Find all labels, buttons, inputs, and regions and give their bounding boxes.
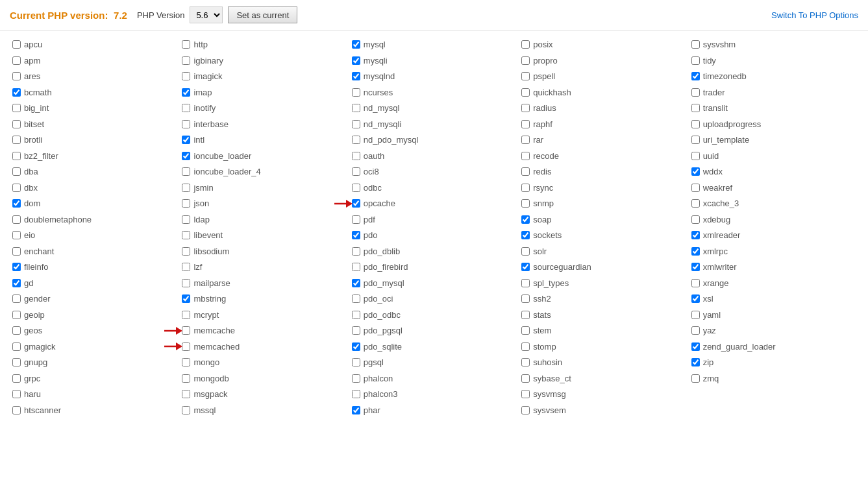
checkbox-pdo_pgsql[interactable] — [352, 326, 360, 335]
checkbox-propro[interactable] — [521, 56, 530, 65]
checkbox-zip[interactable] — [691, 358, 700, 366]
checkbox-xmlrpc[interactable] — [691, 247, 700, 256]
checkbox-apcu[interactable] — [12, 40, 21, 49]
checkbox-pdo_odbc[interactable] — [352, 311, 360, 319]
checkbox-fileinfo[interactable] — [12, 263, 21, 271]
checkbox-opcache[interactable] — [352, 199, 360, 208]
checkbox-uri_template[interactable] — [691, 136, 700, 144]
checkbox-dba[interactable] — [12, 167, 21, 176]
checkbox-gd[interactable] — [12, 279, 21, 287]
checkbox-sourceguardian[interactable] — [521, 263, 530, 271]
checkbox-bitset[interactable] — [12, 120, 21, 128]
checkbox-dbx[interactable] — [12, 184, 21, 192]
checkbox-stem[interactable] — [521, 326, 530, 335]
checkbox-inotify[interactable] — [182, 104, 190, 112]
checkbox-oauth[interactable] — [352, 152, 360, 160]
version-select[interactable]: 5.6 7.0 7.1 7.2 7.3 7.4 — [190, 6, 223, 23]
checkbox-rar[interactable] — [521, 136, 530, 144]
checkbox-pdo_sqlite[interactable] — [352, 342, 360, 351]
checkbox-memcache[interactable] — [182, 326, 190, 335]
checkbox-oci8[interactable] — [352, 167, 360, 176]
checkbox-ioncube_loader_4[interactable] — [182, 167, 190, 176]
checkbox-igbinary[interactable] — [182, 56, 190, 65]
checkbox-mongo[interactable] — [182, 358, 190, 366]
checkbox-gender[interactable] — [12, 294, 21, 303]
set-current-button[interactable]: Set as current — [228, 6, 297, 23]
checkbox-zmq[interactable] — [691, 374, 700, 383]
checkbox-zend_guard_loader[interactable] — [691, 342, 700, 351]
checkbox-http[interactable] — [182, 40, 190, 49]
checkbox-mysql[interactable] — [352, 40, 360, 49]
checkbox-libsodium[interactable] — [182, 247, 190, 256]
checkbox-stomp[interactable] — [521, 342, 530, 351]
checkbox-apm[interactable] — [12, 56, 21, 65]
checkbox-sysvshm[interactable] — [691, 40, 700, 49]
checkbox-uploadprogress[interactable] — [691, 120, 700, 128]
checkbox-weakref[interactable] — [691, 184, 700, 192]
checkbox-trader[interactable] — [691, 88, 700, 97]
checkbox-ssh2[interactable] — [521, 294, 530, 303]
checkbox-raphf[interactable] — [521, 120, 530, 128]
checkbox-ldap[interactable] — [182, 215, 190, 224]
checkbox-pgsql[interactable] — [352, 358, 360, 366]
checkbox-memcached[interactable] — [182, 342, 190, 351]
checkbox-recode[interactable] — [521, 152, 530, 160]
checkbox-posix[interactable] — [521, 40, 530, 49]
checkbox-gmagick[interactable] — [12, 342, 21, 351]
checkbox-intl[interactable] — [182, 136, 190, 144]
switch-to-php-options-link[interactable]: Switch To PHP Options — [771, 10, 858, 20]
checkbox-mongodb[interactable] — [182, 374, 190, 383]
checkbox-uuid[interactable] — [691, 152, 700, 160]
checkbox-ioncube_loader[interactable] — [182, 152, 190, 160]
checkbox-mbstring[interactable] — [182, 294, 190, 303]
checkbox-mysqli[interactable] — [352, 56, 360, 65]
checkbox-imagick[interactable] — [182, 72, 190, 80]
checkbox-xmlreader[interactable] — [691, 231, 700, 239]
checkbox-bcmath[interactable] — [12, 88, 21, 97]
checkbox-brotli[interactable] — [12, 136, 21, 144]
checkbox-gnupg[interactable] — [12, 358, 21, 366]
checkbox-doublemetaphone[interactable] — [12, 215, 21, 224]
checkbox-geoip[interactable] — [12, 311, 21, 319]
checkbox-solr[interactable] — [521, 247, 530, 256]
checkbox-tidy[interactable] — [691, 56, 700, 65]
checkbox-phalcon3[interactable] — [352, 390, 360, 398]
checkbox-nd_mysql[interactable] — [352, 104, 360, 112]
checkbox-haru[interactable] — [12, 390, 21, 398]
checkbox-lzf[interactable] — [182, 263, 190, 271]
checkbox-phar[interactable] — [352, 406, 360, 414]
checkbox-pspell[interactable] — [521, 72, 530, 80]
checkbox-pdo_oci[interactable] — [352, 294, 360, 303]
checkbox-htscanner[interactable] — [12, 406, 21, 414]
checkbox-enchant[interactable] — [12, 247, 21, 256]
checkbox-xdebug[interactable] — [691, 215, 700, 224]
checkbox-sybase_ct[interactable] — [521, 374, 530, 383]
checkbox-xcache_3[interactable] — [691, 199, 700, 208]
checkbox-json[interactable] — [182, 199, 190, 208]
checkbox-big_int[interactable] — [12, 104, 21, 112]
checkbox-sockets[interactable] — [521, 231, 530, 239]
checkbox-mcrypt[interactable] — [182, 311, 190, 319]
checkbox-odbc[interactable] — [352, 184, 360, 192]
checkbox-xmlwriter[interactable] — [691, 263, 700, 271]
checkbox-mailparse[interactable] — [182, 279, 190, 287]
checkbox-grpc[interactable] — [12, 374, 21, 383]
checkbox-imap[interactable] — [182, 88, 190, 97]
checkbox-quickhash[interactable] — [521, 88, 530, 97]
checkbox-geos[interactable] — [12, 326, 21, 335]
checkbox-yaml[interactable] — [691, 311, 700, 319]
checkbox-ncurses[interactable] — [352, 88, 360, 97]
checkbox-libevent[interactable] — [182, 231, 190, 239]
checkbox-interbase[interactable] — [182, 120, 190, 128]
checkbox-pdo_dblib[interactable] — [352, 247, 360, 256]
checkbox-sysvmsg[interactable] — [521, 390, 530, 398]
checkbox-pdf[interactable] — [352, 215, 360, 224]
checkbox-ares[interactable] — [12, 72, 21, 80]
checkbox-suhosin[interactable] — [521, 358, 530, 366]
checkbox-phalcon[interactable] — [352, 374, 360, 383]
checkbox-radius[interactable] — [521, 104, 530, 112]
checkbox-stats[interactable] — [521, 311, 530, 319]
checkbox-pdo_firebird[interactable] — [352, 263, 360, 271]
checkbox-bz2_filter[interactable] — [12, 152, 21, 160]
checkbox-pdo_mysql[interactable] — [352, 279, 360, 287]
